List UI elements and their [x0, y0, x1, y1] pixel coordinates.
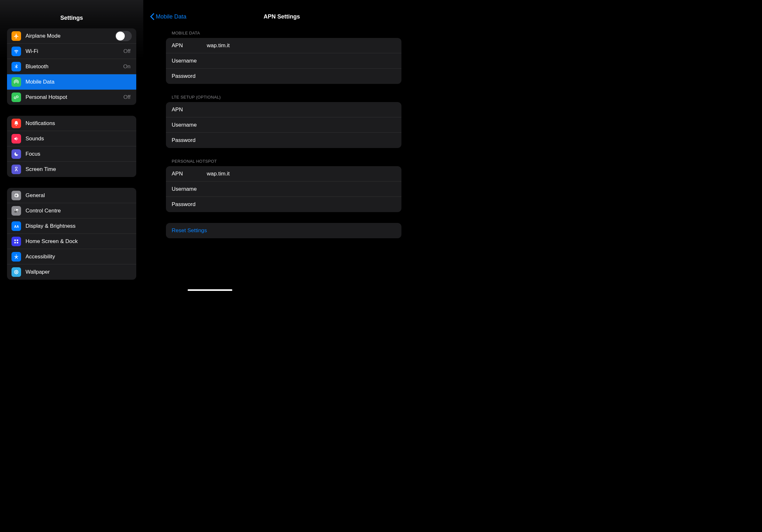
svg-rect-5 — [14, 239, 16, 241]
chevron-left-icon — [150, 13, 154, 20]
section-header-lte: LTE SETUP (OPTIONAL) — [166, 95, 402, 102]
field-hotspot-username[interactable]: Username — [166, 181, 402, 197]
sidebar-item-focus[interactable]: Focus — [7, 146, 136, 162]
speaker-icon — [12, 134, 21, 144]
sidebar-item-mobile-data[interactable]: Mobile Data — [7, 74, 136, 90]
username-input[interactable] — [207, 122, 396, 128]
password-input[interactable] — [207, 73, 396, 79]
svg-point-14 — [18, 271, 19, 272]
field-label: Password — [172, 201, 207, 208]
username-input[interactable] — [207, 186, 396, 192]
sidebar-item-label: Screen Time — [26, 166, 132, 172]
field-label: APN — [172, 170, 207, 177]
field-label: Username — [172, 58, 207, 64]
password-input[interactable] — [207, 201, 396, 208]
sidebar-item-display-brightness[interactable]: AA Display & Brightness — [7, 219, 136, 234]
password-input[interactable] — [207, 137, 396, 144]
sidebar-group-alerts: Notifications Sounds Focus — [7, 116, 136, 177]
section-header-mobile-data: MOBILE DATA — [166, 31, 402, 38]
svg-rect-8 — [17, 242, 19, 243]
field-mobile-data-password[interactable]: Password — [166, 69, 402, 84]
sidebar-item-label: Wallpaper — [26, 269, 132, 275]
sidebar-item-value: On — [123, 63, 130, 70]
svg-point-13 — [14, 271, 15, 272]
svg-point-3 — [17, 211, 18, 212]
back-label: Mobile Data — [156, 13, 187, 20]
hotspot-icon — [12, 93, 21, 102]
apn-input[interactable] — [207, 170, 396, 177]
sidebar-item-wallpaper[interactable]: Wallpaper — [7, 264, 136, 280]
svg-rect-7 — [14, 242, 16, 243]
field-label: APN — [172, 106, 207, 113]
airplane-icon — [12, 31, 21, 41]
accessibility-icon — [12, 252, 21, 262]
sidebar-item-label: Bluetooth — [26, 63, 123, 70]
sidebar-item-personal-hotspot[interactable]: Personal Hotspot Off — [7, 90, 136, 105]
svg-point-12 — [16, 273, 17, 274]
sidebar-item-label: Personal Hotspot — [26, 94, 123, 100]
username-input[interactable] — [207, 58, 396, 64]
sidebar-group-connectivity: Airplane Mode Wi-Fi Off Bluetooth On — [7, 29, 136, 105]
sidebar-item-home-screen-dock[interactable]: Home Screen & Dock — [7, 234, 136, 249]
sidebar-item-label: Home Screen & Dock — [26, 238, 132, 245]
sidebar-item-airplane-mode[interactable]: Airplane Mode — [7, 29, 136, 44]
wifi-icon — [12, 46, 21, 56]
detail-nav-bar: Mobile Data APN Settings — [144, 9, 420, 24]
gear-icon — [12, 191, 21, 200]
flower-icon — [12, 267, 21, 277]
sidebar-item-label: Airplane Mode — [26, 33, 115, 39]
airplane-mode-toggle[interactable] — [115, 31, 132, 41]
back-button[interactable]: Mobile Data — [144, 13, 187, 20]
field-mobile-data-apn[interactable]: APN — [166, 38, 402, 53]
svg-point-16 — [17, 270, 18, 271]
sidebar-item-label: Control Centre — [26, 208, 132, 214]
settings-sidebar: Settings Airplane Mode Wi-Fi Off — [0, 0, 144, 293]
field-label: Username — [172, 122, 207, 128]
apn-input[interactable] — [207, 42, 396, 49]
section-header-hotspot: PERSONAL HOTSPOT — [166, 159, 402, 166]
sidebar-item-label: Mobile Data — [26, 79, 132, 85]
field-lte-apn[interactable]: APN — [166, 102, 402, 117]
svg-point-15 — [15, 270, 16, 271]
field-lte-password[interactable]: Password — [166, 133, 402, 148]
reset-label: Reset Settings — [172, 228, 207, 234]
sidebar-item-screen-time[interactable]: Screen Time — [7, 162, 136, 177]
field-lte-username[interactable]: Username — [166, 117, 402, 133]
sidebar-item-wifi[interactable]: Wi-Fi Off — [7, 44, 136, 59]
bluetooth-icon — [12, 62, 21, 71]
hourglass-icon — [12, 165, 21, 174]
switches-icon — [12, 206, 21, 216]
sidebar-item-value: Off — [123, 48, 130, 54]
grid-icon — [12, 237, 21, 246]
sidebar-title: Settings — [0, 15, 143, 21]
sidebar-item-control-centre[interactable]: Control Centre — [7, 203, 136, 219]
sidebar-item-sounds[interactable]: Sounds — [7, 131, 136, 146]
sidebar-item-label: Sounds — [26, 136, 132, 142]
reset-settings-button[interactable]: Reset Settings — [166, 223, 402, 238]
sidebar-item-notifications[interactable]: Notifications — [7, 116, 136, 131]
field-hotspot-apn[interactable]: APN — [166, 166, 402, 181]
antenna-icon — [12, 77, 21, 87]
svg-rect-6 — [17, 239, 19, 241]
moon-icon — [12, 149, 21, 159]
field-label: APN — [172, 42, 207, 49]
sidebar-item-bluetooth[interactable]: Bluetooth On — [7, 59, 136, 74]
home-indicator[interactable] — [188, 289, 232, 291]
sidebar-item-value: Off — [123, 94, 130, 100]
svg-point-11 — [16, 270, 17, 271]
section-reset: Reset Settings — [166, 223, 402, 238]
sidebar-group-general: General Control Centre AA Display & Brig… — [7, 188, 136, 280]
apn-input[interactable] — [207, 106, 396, 113]
svg-point-2 — [15, 209, 16, 210]
field-mobile-data-username[interactable]: Username — [166, 53, 402, 69]
field-hotspot-password[interactable]: Password — [166, 197, 402, 212]
sidebar-item-accessibility[interactable]: Accessibility — [7, 249, 136, 264]
bell-icon — [12, 119, 21, 128]
sidebar-item-general[interactable]: General — [7, 188, 136, 203]
svg-point-9 — [16, 254, 17, 255]
section-mobile-data: APN Username Password — [166, 38, 402, 84]
svg-point-17 — [15, 273, 16, 274]
sidebar-item-label: General — [26, 192, 132, 199]
field-label: Password — [172, 73, 207, 79]
field-label: Username — [172, 186, 207, 192]
